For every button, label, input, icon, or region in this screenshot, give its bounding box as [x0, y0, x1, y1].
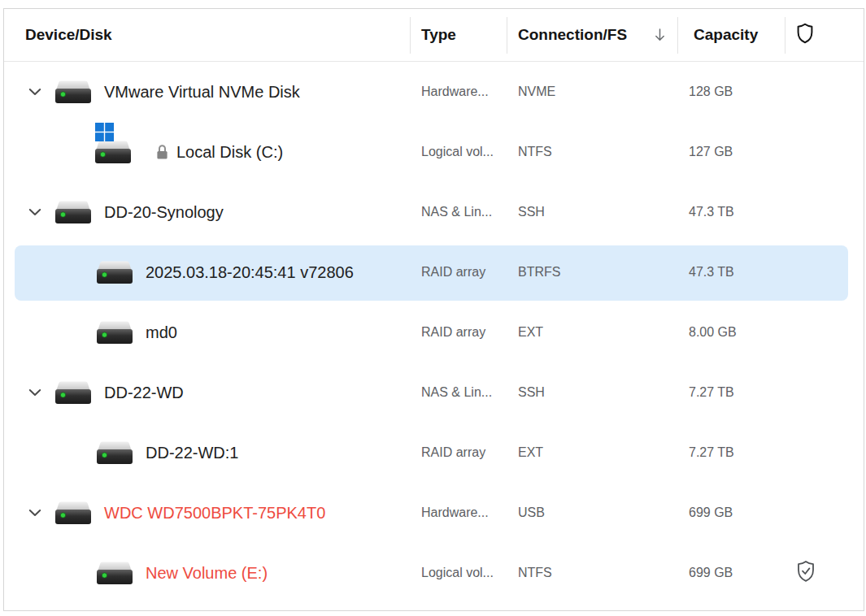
device-name: DD-22-WD: [104, 384, 184, 402]
capacity-cell: 127 GB: [677, 122, 785, 182]
windows-logo-icon: [95, 123, 114, 141]
type-cell: NAS & Lin...: [410, 182, 507, 242]
device-name: VMware Virtual NVMe Disk: [104, 83, 300, 102]
device-name: WDC WD7500BPKT-75PK4T0: [104, 504, 325, 523]
connection-cell: USB: [507, 483, 677, 543]
column-header-label: Type: [421, 26, 456, 44]
column-header-label: Connection/FS: [518, 26, 627, 44]
type-cell: Hardware...: [410, 483, 507, 543]
capacity-cell: 128 GB: [677, 62, 785, 122]
connection-cell: EXT: [507, 302, 677, 362]
device-name: DD-22-WD:1: [146, 444, 238, 462]
disk-icon: [54, 80, 92, 104]
device-name: 2025.03.18-20:45:41 v72806: [146, 263, 354, 282]
table-row[interactable]: New Volume (E:) Logical vol... NTFS 699 …: [4, 543, 864, 603]
column-header-capacity[interactable]: Capacity: [677, 9, 785, 61]
capacity-cell: 8.00 GB: [677, 302, 785, 362]
table-row[interactable]: WDC WD7500BPKT-75PK4T0 Hardware... USB 6…: [4, 483, 864, 543]
type-cell: Logical vol...: [410, 543, 507, 603]
capacity-cell: 7.27 TB: [677, 362, 785, 423]
table-row[interactable]: DD-22-WD:1 RAID array EXT 7.27 TB: [4, 423, 864, 483]
disk-icon: [54, 501, 92, 525]
capacity-cell: 7.27 TB: [677, 423, 785, 483]
connection-cell: SSH: [507, 182, 677, 242]
type-cell: Logical vol...: [410, 122, 507, 182]
capacity-cell: 699 GB: [677, 543, 785, 603]
table-row[interactable]: Local Disk (C:) Logical vol... NTFS 127 …: [4, 122, 864, 182]
device-name: md0: [146, 323, 177, 342]
disk-icon: [54, 200, 92, 224]
connection-cell: NVME: [507, 62, 677, 122]
device-name: Local Disk (C:): [176, 143, 283, 162]
shield-icon: [796, 23, 814, 48]
table-row[interactable]: DD-20-Synology NAS & Lin... SSH 47.3 TB: [4, 182, 864, 242]
chevron-down-icon[interactable]: [28, 208, 41, 216]
connection-cell: EXT: [507, 423, 677, 483]
lock-icon: [156, 144, 168, 160]
connection-cell: BTRFS: [507, 242, 677, 302]
capacity-cell: 47.3 TB: [677, 182, 785, 242]
disk-icon: [96, 260, 133, 284]
table-header: Device/Disk Type Connection/FS Capacity: [4, 9, 864, 62]
disk-icon: [96, 440, 133, 465]
device-name: DD-20-Synology: [104, 203, 224, 222]
column-header-protection[interactable]: [785, 9, 864, 61]
disk-icon: [54, 380, 92, 405]
connection-cell: SSH: [507, 362, 677, 423]
disk-icon: [96, 561, 133, 585]
type-cell: Hardware...: [410, 62, 507, 122]
column-header-device-disk[interactable]: Device/Disk: [4, 9, 410, 61]
table-row-selected[interactable]: 2025.03.18-20:45:41 v72806 RAID array BT…: [4, 242, 864, 302]
column-header-label: Device/Disk: [25, 26, 112, 44]
capacity-cell: 47.3 TB: [677, 242, 785, 302]
windows-disk-icon: [94, 140, 132, 164]
device-name: New Volume (E:): [146, 564, 268, 583]
capacity-cell: 699 GB: [677, 483, 785, 543]
table-row[interactable]: DD-22-WD NAS & Lin... SSH 7.27 TB: [4, 362, 864, 423]
device-table: Device/Disk Type Connection/FS Capacity: [3, 8, 864, 611]
chevron-down-icon[interactable]: [28, 88, 41, 96]
table-row[interactable]: VMware Virtual NVMe Disk Hardware... NVM…: [4, 62, 864, 122]
chevron-down-icon[interactable]: [28, 509, 41, 517]
type-cell: RAID array: [410, 423, 507, 483]
disk-icon: [96, 320, 133, 345]
type-cell: RAID array: [410, 302, 507, 362]
shield-check-icon: [796, 560, 816, 586]
sort-descending-arrow-icon: [655, 28, 665, 42]
type-cell: NAS & Lin...: [410, 362, 507, 423]
table-row[interactable]: md0 RAID array EXT 8.00 GB: [4, 302, 864, 362]
connection-cell: NTFS: [507, 543, 677, 603]
chevron-down-icon[interactable]: [28, 388, 41, 397]
type-cell: RAID array: [410, 242, 507, 302]
column-header-label: Capacity: [694, 26, 758, 44]
connection-cell: NTFS: [507, 122, 677, 182]
column-header-connection-fs[interactable]: Connection/FS: [507, 9, 677, 61]
column-header-type[interactable]: Type: [410, 9, 507, 61]
